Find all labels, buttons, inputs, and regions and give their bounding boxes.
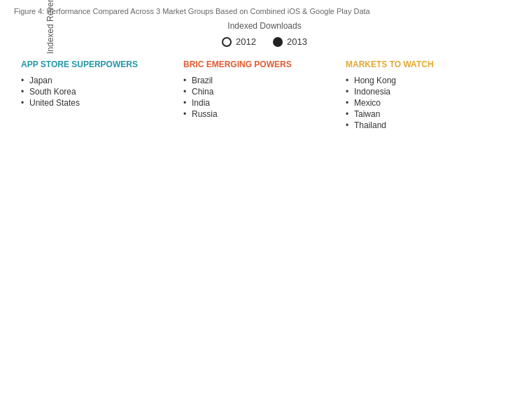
group-superpowers-title: APP STORE SUPERPOWERS (21, 59, 183, 69)
list-item: Taiwan (346, 108, 508, 120)
legend-2012-icon (222, 37, 232, 47)
list-item: Brazil (183, 75, 346, 86)
chart-legend: 2012 2013 (14, 36, 515, 47)
x-axis-label: Indexed Downloads (14, 21, 515, 31)
list-item: Japan (21, 75, 183, 86)
list-item: South Korea (21, 86, 183, 97)
group-watch-title: MARKETS TO WATCH (346, 59, 508, 69)
group-watch-list: Hong Kong Indonesia Mexico Taiwan Thaila… (346, 75, 508, 131)
list-item: Indonesia (346, 86, 508, 97)
legend-2013-label: 2013 (287, 36, 307, 47)
y-axis-label: Indexed Revenue (45, 0, 55, 54)
list-item: China (183, 86, 346, 97)
main-container: Figure 4: Performance Compared Across 3 … (0, 0, 529, 420)
legend-2012-label: 2012 (236, 36, 256, 47)
group-bric-title: BRIC EMERGING POWERS (183, 59, 346, 69)
bottom-section: APP STORE SUPERPOWERS Japan South Korea … (14, 59, 515, 131)
group-bric-list: Brazil China India Russia (183, 75, 346, 120)
legend-2013: 2013 (273, 36, 307, 47)
group-superpowers: APP STORE SUPERPOWERS Japan South Korea … (21, 59, 183, 131)
list-item: United States (21, 97, 183, 108)
list-item: Thailand (346, 120, 508, 131)
group-watch: MARKETS TO WATCH Hong Kong Indonesia Mex… (346, 59, 508, 131)
chart-title: Figure 4: Performance Compared Across 3 … (14, 7, 515, 15)
legend-2013-icon (273, 37, 283, 47)
list-item: Russia (183, 108, 346, 120)
group-bric: BRIC EMERGING POWERS Brazil China India … (183, 59, 346, 131)
legend-2012: 2012 (222, 36, 256, 47)
list-item: Mexico (346, 97, 508, 108)
group-superpowers-list: Japan South Korea United States (21, 75, 183, 108)
list-item: India (183, 97, 346, 108)
list-item: Hong Kong (346, 75, 508, 86)
